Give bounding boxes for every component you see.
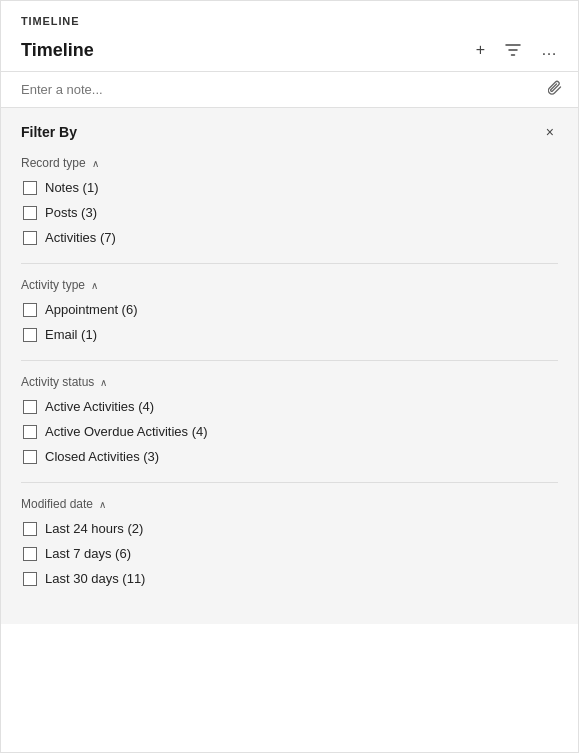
filter-by-label: Filter By	[21, 124, 77, 140]
activities-checkbox[interactable]	[23, 231, 37, 245]
modified-date-title: Modified date	[21, 497, 93, 511]
divider	[21, 360, 558, 361]
activity-type-title: Activity type	[21, 278, 85, 292]
list-item: Active Activities (4)	[21, 399, 558, 414]
appointment-label: Appointment (6)	[45, 302, 138, 317]
close-filter-button[interactable]: ×	[542, 122, 558, 142]
activity-status-section-header[interactable]: Activity status ∧	[21, 375, 558, 389]
activity-status-title: Activity status	[21, 375, 94, 389]
list-item: Appointment (6)	[21, 302, 558, 317]
filter-panel: Filter By × Record type ∧ Notes (1) Post…	[1, 108, 578, 624]
list-item: Last 7 days (6)	[21, 546, 558, 561]
active-overdue-label: Active Overdue Activities (4)	[45, 424, 208, 439]
filter-section-modified-date: Modified date ∧ Last 24 hours (2) Last 7…	[21, 497, 558, 586]
last-24h-checkbox[interactable]	[23, 522, 37, 536]
last-24h-label: Last 24 hours (2)	[45, 521, 143, 536]
note-input-area	[1, 72, 578, 108]
chevron-up-icon: ∧	[100, 377, 107, 388]
divider	[21, 263, 558, 264]
chevron-up-icon: ∧	[91, 280, 98, 291]
notes-checkbox[interactable]	[23, 181, 37, 195]
more-options-button[interactable]: …	[536, 37, 562, 63]
list-item: Last 24 hours (2)	[21, 521, 558, 536]
posts-label: Posts (3)	[45, 205, 97, 220]
appointment-checkbox[interactable]	[23, 303, 37, 317]
filter-button[interactable]	[500, 38, 526, 62]
timeline-header: Timeline + …	[1, 31, 578, 72]
header-icons: + …	[471, 37, 562, 63]
closed-activities-checkbox[interactable]	[23, 450, 37, 464]
filter-section-activity-type: Activity type ∧ Appointment (6) Email (1…	[21, 278, 558, 342]
email-checkbox[interactable]	[23, 328, 37, 342]
filter-icon	[505, 42, 521, 58]
paperclip-icon	[548, 80, 562, 99]
divider	[21, 482, 558, 483]
active-activities-label: Active Activities (4)	[45, 399, 154, 414]
list-item: Notes (1)	[21, 180, 558, 195]
list-item: Active Overdue Activities (4)	[21, 424, 558, 439]
list-item: Activities (7)	[21, 230, 558, 245]
page-title: Timeline	[21, 40, 94, 61]
list-item: Last 30 days (11)	[21, 571, 558, 586]
record-type-section-header[interactable]: Record type ∧	[21, 156, 558, 170]
activities-label: Activities (7)	[45, 230, 116, 245]
last-30d-label: Last 30 days (11)	[45, 571, 145, 586]
timeline-label: TIMELINE	[1, 1, 578, 31]
modified-date-section-header[interactable]: Modified date ∧	[21, 497, 558, 511]
filter-section-activity-status: Activity status ∧ Active Activities (4) …	[21, 375, 558, 464]
last-7d-checkbox[interactable]	[23, 547, 37, 561]
chevron-up-icon: ∧	[92, 158, 99, 169]
active-overdue-checkbox[interactable]	[23, 425, 37, 439]
add-button[interactable]: +	[471, 37, 490, 63]
app-container: TIMELINE Timeline + … Filter By ×	[0, 0, 579, 753]
list-item: Posts (3)	[21, 205, 558, 220]
email-label: Email (1)	[45, 327, 97, 342]
filter-section-record-type: Record type ∧ Notes (1) Posts (3) Activi…	[21, 156, 558, 245]
closed-activities-label: Closed Activities (3)	[45, 449, 159, 464]
notes-label: Notes (1)	[45, 180, 98, 195]
note-input[interactable]	[21, 82, 548, 97]
list-item: Closed Activities (3)	[21, 449, 558, 464]
activity-type-section-header[interactable]: Activity type ∧	[21, 278, 558, 292]
record-type-title: Record type	[21, 156, 86, 170]
chevron-up-icon: ∧	[99, 499, 106, 510]
last-30d-checkbox[interactable]	[23, 572, 37, 586]
list-item: Email (1)	[21, 327, 558, 342]
posts-checkbox[interactable]	[23, 206, 37, 220]
active-activities-checkbox[interactable]	[23, 400, 37, 414]
last-7d-label: Last 7 days (6)	[45, 546, 131, 561]
filter-header: Filter By ×	[21, 122, 558, 142]
